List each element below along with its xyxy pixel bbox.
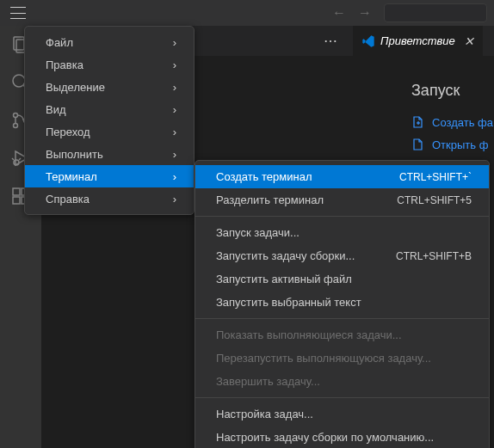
open-file-icon [411, 138, 425, 151]
submenu-item-5[interactable]: Запустить активный файл [195, 267, 489, 291]
svg-point-2 [13, 75, 25, 87]
hamburger-menu-icon[interactable] [10, 7, 26, 19]
menu-separator [195, 397, 489, 398]
welcome-link-new-file[interactable]: Создать фа [411, 115, 494, 129]
menu-item-label: Выполнить [46, 148, 103, 161]
new-file-icon [411, 115, 425, 129]
chevron-right-icon: › [173, 148, 176, 161]
submenu-item-3[interactable]: Запуск задачи... [195, 221, 489, 244]
menu-item-3[interactable]: Вид› [25, 98, 194, 120]
chevron-right-icon: › [173, 81, 176, 94]
menu-item-label: Справка [46, 193, 90, 206]
svg-rect-12 [13, 197, 20, 204]
submenu-item-13[interactable]: Настроить задачу сборки по умолчанию... [195, 426, 489, 448]
chevron-right-icon: › [173, 126, 176, 138]
chevron-right-icon: › [173, 58, 176, 71]
menu-item-label: Файл [46, 36, 73, 49]
submenu-item-9: Перезапустить выполняющуюся задачу... [195, 347, 489, 370]
submenu-item-label: Разделить терминал [216, 193, 324, 206]
submenu-item-label: Перезапустить выполняющуюся задачу... [216, 352, 431, 365]
submenu-item-label: Показать выполняющиеся задачи... [216, 328, 402, 341]
submenu-item-label: Настройка задач... [216, 408, 313, 420]
titlebar: ← → [0, 0, 494, 26]
svg-line-10 [19, 158, 21, 160]
nav-back-icon[interactable]: ← [332, 5, 346, 21]
submenu-item-8: Показать выполняющиеся задачи... [195, 323, 489, 347]
menu-item-7[interactable]: Справка› [25, 187, 194, 210]
tab-welcome[interactable]: Приветствие ✕ [353, 26, 483, 56]
submenu-item-label: Запустить задачу сборки... [216, 249, 355, 262]
chevron-right-icon: › [173, 170, 176, 183]
terminal-submenu: Создать терминалCTRL+SHIFT+`Разделить те… [195, 160, 490, 448]
submenu-item-10: Завершить задачу... [195, 370, 489, 393]
menu-item-5[interactable]: Выполнить› [25, 143, 194, 165]
submenu-item-label: Создать терминал [216, 170, 312, 183]
menu-separator [195, 318, 489, 319]
submenu-item-6[interactable]: Запустить выбранный текст [195, 291, 489, 314]
submenu-item-label: Запустить активный файл [216, 273, 352, 285]
submenu-item-0[interactable]: Создать терминалCTRL+SHIFT+` [195, 165, 489, 188]
svg-rect-11 [13, 188, 20, 195]
menu-separator [195, 216, 489, 217]
submenu-item-4[interactable]: Запустить задачу сборки...CTRL+SHIFT+B [195, 244, 489, 267]
welcome-link-open-file[interactable]: Открыть ф [411, 138, 494, 151]
menu-item-label: Выделение [46, 81, 105, 94]
menu-item-label: Терминал [46, 170, 97, 183]
close-icon[interactable]: ✕ [464, 34, 474, 48]
welcome-heading: Запуск [411, 82, 494, 100]
submenu-item-label: Запуск задачи... [216, 226, 299, 239]
menu-item-6[interactable]: Терминал› [25, 165, 194, 187]
menu-item-label: Правка [46, 58, 83, 71]
menu-item-2[interactable]: Выделение› [25, 76, 194, 98]
submenu-item-1[interactable]: Разделить терминалCTRL+SHIFT+5 [195, 188, 489, 212]
submenu-item-label: Завершить задачу... [216, 375, 320, 388]
tab-title: Приветствие [380, 34, 455, 47]
submenu-item-label: Настроить задачу сборки по умолчанию... [216, 431, 434, 444]
menu-item-0[interactable]: Файл› [25, 31, 194, 53]
menu-item-label: Вид [46, 103, 66, 116]
keyboard-shortcut: CTRL+SHIFT+5 [397, 194, 472, 206]
chevron-right-icon: › [173, 36, 176, 49]
submenu-item-label: Запустить выбранный текст [216, 296, 361, 309]
svg-point-5 [14, 124, 18, 128]
editor-actions-icon[interactable]: ⋯ [317, 33, 344, 49]
svg-line-9 [12, 158, 14, 160]
keyboard-shortcut: CTRL+SHIFT+B [396, 250, 472, 262]
svg-point-4 [14, 114, 18, 118]
chevron-right-icon: › [173, 103, 176, 116]
vscode-logo-icon [361, 34, 375, 48]
command-center-search[interactable] [384, 3, 487, 22]
submenu-item-12[interactable]: Настройка задач... [195, 402, 489, 426]
menu-item-1[interactable]: Правка› [25, 53, 194, 76]
main-menu-dropdown: Файл›Правка›Выделение›Вид›Переход›Выполн… [24, 26, 195, 215]
chevron-right-icon: › [173, 193, 176, 206]
nav-forward-icon[interactable]: → [358, 5, 372, 21]
menu-item-4[interactable]: Переход› [25, 120, 194, 143]
menu-item-label: Переход [46, 126, 90, 138]
keyboard-shortcut: CTRL+SHIFT+` [399, 171, 472, 183]
